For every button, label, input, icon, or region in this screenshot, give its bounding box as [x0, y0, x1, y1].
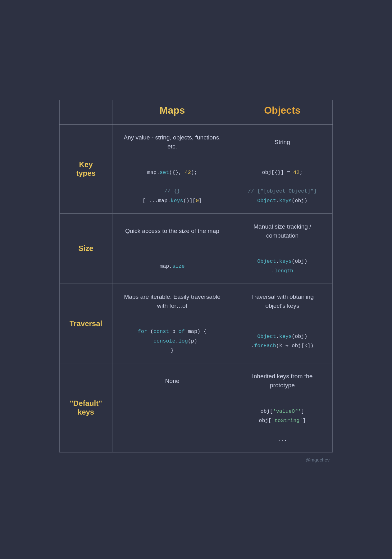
section-3-objects-code: obj['valueOf']obj['toString']... — [232, 399, 332, 452]
section-0-maps-desc: Any value - string, objects, functions, … — [112, 124, 232, 160]
section-2-objects-code: Object.keys(obj).forEach(k ⇒ obj[k]) — [232, 319, 332, 363]
section-2-desc-row: TraversalMaps are iterable. Easily trave… — [60, 284, 333, 319]
section-1-maps-desc: Quick access to the size of the map — [112, 213, 232, 249]
section-1-objects-desc: Manual size tracking / computation — [232, 213, 332, 249]
section-1-maps-code: map.size — [112, 249, 232, 284]
section-3-label: "Default"keys — [60, 363, 112, 452]
comparison-table: Maps Objects KeytypesAny value - string,… — [59, 100, 333, 452]
section-3-maps-code — [112, 399, 232, 452]
header-empty-cell — [60, 100, 112, 125]
section-0-objects-code: obj[{}] = 42;// ["[object Object]"]Objec… — [232, 160, 332, 213]
section-0-objects-desc: String — [232, 124, 332, 160]
header-row: Maps Objects — [60, 100, 333, 125]
section-1-label: Size — [60, 213, 112, 284]
comparison-container: Maps Objects KeytypesAny value - string,… — [53, 90, 339, 468]
header-maps: Maps — [112, 100, 232, 125]
section-0-maps-code: map.set({}, 42);// {}[ ...map.keys()][0] — [112, 160, 232, 213]
section-1-desc-row: SizeQuick access to the size of the mapM… — [60, 213, 333, 249]
section-2-label: Traversal — [60, 284, 112, 363]
section-2-maps-code: for (const p of map) { console.log(p)} — [112, 319, 232, 363]
section-3-maps-desc: None — [112, 363, 232, 399]
section-1-objects-code: Object.keys(obj).length — [232, 249, 332, 284]
section-3-desc-row: "Default"keysNoneInherited keys from the… — [60, 363, 333, 399]
table-body: KeytypesAny value - string, objects, fun… — [60, 124, 333, 452]
header-objects: Objects — [232, 100, 332, 125]
section-2-maps-desc: Maps are iterable. Easily traversable wi… — [112, 284, 232, 319]
section-0-label: Keytypes — [60, 124, 112, 213]
section-2-objects-desc: Traversal with obtaining object's keys — [232, 284, 332, 319]
footer-attribution: @mgechev — [59, 457, 333, 462]
section-3-objects-desc: Inherited keys from the prototype — [232, 363, 332, 399]
section-0-desc-row: KeytypesAny value - string, objects, fun… — [60, 124, 333, 160]
